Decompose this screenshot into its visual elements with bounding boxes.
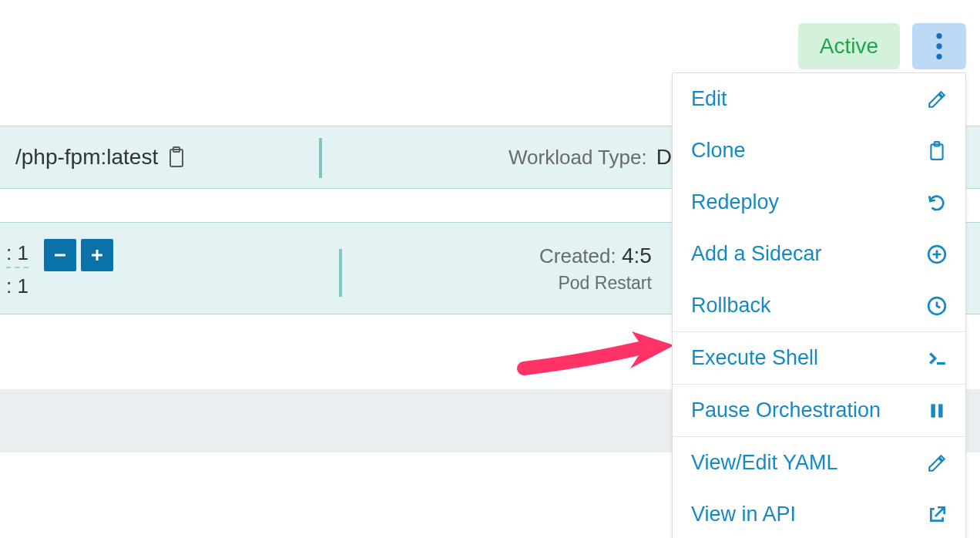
menu-item-rollback[interactable]: Rollback (673, 280, 965, 331)
menu-item-clone[interactable]: Clone (673, 125, 965, 177)
menu-item-view-edit-yaml[interactable]: View/Edit YAML (673, 436, 965, 489)
status-badge: Active (798, 23, 900, 69)
actions-menu-button[interactable] (912, 23, 966, 69)
history-icon (927, 296, 947, 316)
undo-icon (927, 193, 947, 213)
menu-item-view-in-api[interactable]: View in API (673, 489, 965, 538)
kebab-icon (936, 33, 942, 59)
menu-item-label: View/Edit YAML (691, 451, 838, 475)
minus-icon (52, 247, 68, 263)
menu-item-label: Edit (691, 87, 727, 111)
plus-circle-icon (927, 244, 947, 264)
pod-restart-label: Pod Restart (539, 273, 652, 294)
plus-icon (89, 247, 105, 263)
menu-item-redeploy[interactable]: Redeploy (673, 177, 965, 228)
svg-rect-13 (938, 404, 942, 417)
menu-item-label: Rollback (691, 294, 771, 318)
svg-rect-5 (55, 254, 65, 256)
workload-type-label: Workload Type: (508, 146, 647, 170)
annotation-arrow (516, 324, 678, 385)
svg-rect-12 (931, 404, 935, 417)
svg-point-0 (936, 33, 941, 39)
scale-label: : 1 (6, 241, 29, 268)
menu-item-edit[interactable]: Edit (673, 73, 965, 125)
clipboard-icon (167, 146, 186, 168)
svg-rect-7 (96, 250, 98, 261)
pencil-icon (927, 453, 947, 473)
secondary-count: : 1 (6, 274, 29, 298)
svg-point-1 (936, 43, 941, 49)
menu-item-label: Pause Orchestration (691, 398, 881, 422)
menu-item-label: Add a Sidecar (691, 242, 822, 266)
terminal-icon (927, 348, 947, 368)
pencil-icon (927, 89, 947, 109)
scale-increase-button[interactable] (81, 239, 113, 271)
menu-item-label: Redeploy (691, 190, 779, 214)
clipboard-icon (927, 141, 947, 161)
created-label: Created: (539, 244, 616, 267)
col-divider (319, 138, 322, 178)
menu-item-label: Execute Shell (691, 346, 818, 370)
created-value: 4:5 (622, 244, 652, 267)
image-name-text: /php-fpm:latest (15, 145, 158, 170)
menu-item-pause-orchestration[interactable]: Pause Orchestration (673, 384, 965, 436)
scale-decrease-button[interactable] (44, 239, 76, 271)
menu-item-label: Clone (691, 139, 746, 163)
actions-dropdown: Edit Clone Redeploy Add a Sidecar Rollba… (672, 72, 966, 538)
scale-stepper (44, 239, 113, 271)
menu-item-add-sidecar[interactable]: Add a Sidecar (673, 228, 965, 280)
col-divider (339, 249, 342, 297)
menu-item-execute-shell[interactable]: Execute Shell (673, 331, 965, 384)
menu-item-label: View in API (691, 503, 796, 526)
copy-button[interactable] (167, 146, 186, 168)
pause-icon (927, 401, 947, 421)
svg-point-2 (936, 54, 941, 59)
external-link-icon (927, 505, 947, 525)
